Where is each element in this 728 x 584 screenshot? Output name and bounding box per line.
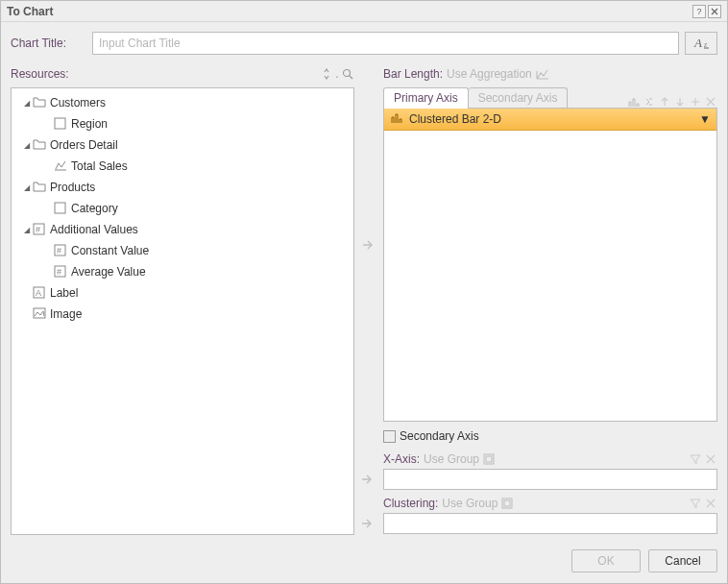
resources-panel: Resources: . ◢CustomersRegion◢Or (11, 64, 354, 535)
x-axis-add-arrow[interactable] (359, 472, 378, 487)
image-icon (33, 307, 46, 321)
dialog-footer: OK Cancel (1, 539, 727, 583)
svg-text:A: A (36, 288, 41, 298)
settings-icon[interactable] (643, 95, 656, 109)
chart-title-input[interactable] (92, 32, 679, 55)
svg-text:#: # (57, 267, 61, 277)
expander-icon[interactable]: ◢ (21, 226, 33, 234)
numbox-icon: # (33, 223, 46, 236)
numbox-icon: # (54, 244, 67, 257)
tree-item-label: Image (50, 307, 82, 321)
tree-item[interactable]: ◢Customers (15, 92, 353, 113)
tree-item[interactable]: ALabel (15, 282, 353, 304)
tree-item-label: Category (71, 202, 118, 215)
expander-icon[interactable]: ◢ (21, 183, 33, 192)
labelA-icon: A (33, 286, 46, 300)
filter-icon[interactable] (689, 452, 702, 466)
field-icon (54, 117, 67, 131)
tree-item-label: Total Sales (71, 159, 128, 173)
clear-icon[interactable] (704, 452, 717, 466)
svg-text:#: # (57, 246, 61, 256)
aggregation-icon[interactable] (536, 68, 549, 80)
svg-rect-3 (55, 118, 65, 129)
tree-item-label: Label (50, 286, 78, 300)
folder-icon (33, 96, 46, 110)
tree-item-label: Additional Values (50, 223, 138, 236)
ok-button[interactable]: OK (571, 549, 641, 572)
svg-rect-15 (486, 456, 492, 462)
checkbox-icon (383, 430, 396, 443)
close-button[interactable] (708, 5, 721, 18)
font-button[interactable]: A z (685, 32, 717, 55)
svg-rect-4 (55, 203, 65, 213)
chart-config-panel: Bar Length: Use Aggregation Primary Axis… (383, 64, 717, 535)
secondary-axis-checkbox[interactable]: Secondary Axis (383, 426, 717, 447)
tree-item[interactable]: ◢Products (15, 177, 353, 198)
clustering-add-arrow[interactable] (359, 516, 378, 531)
add-icon[interactable] (689, 95, 702, 109)
resources-tree[interactable]: ◢CustomersRegion◢Orders DetailTotal Sale… (11, 87, 354, 535)
tree-item-label: Customers (50, 96, 106, 110)
svg-text:#: # (36, 225, 40, 234)
chevron-down-icon: ▼ (699, 112, 711, 126)
expander-icon[interactable]: ◢ (21, 99, 33, 108)
filter-icon[interactable] (689, 497, 702, 510)
search-icon[interactable] (341, 67, 354, 81)
tree-item-label: Products (50, 181, 95, 194)
bar-chart-icon (390, 112, 403, 126)
clustering-value: Use Group (442, 497, 497, 510)
resources-label: Resources: (11, 67, 318, 81)
move-up-icon[interactable] (658, 95, 671, 109)
chart-type-list[interactable]: Clustered Bar 2-D ▼ (383, 108, 717, 423)
chart-title-row: Chart Title: A z (11, 32, 717, 55)
tab-primary-axis[interactable]: Primary Axis (383, 87, 469, 109)
tree-item[interactable]: Category (15, 198, 353, 219)
titlebar: To Chart ? (1, 1, 727, 22)
expander-icon[interactable]: ◢ (21, 141, 33, 150)
svg-text:A: A (693, 36, 702, 50)
tree-item[interactable]: #Constant Value (15, 240, 353, 261)
clustering-input[interactable] (383, 513, 717, 534)
tree-item[interactable]: Region (15, 113, 353, 134)
font-icon: A z (692, 36, 710, 50)
tree-item[interactable]: ◢Orders Detail (15, 134, 353, 156)
folder-icon (33, 138, 46, 152)
numbox-icon: # (54, 265, 67, 279)
help-button[interactable]: ? (692, 5, 706, 18)
tree-item[interactable]: ◢#Additional Values (15, 219, 353, 240)
secondary-axis-label: Secondary Axis (400, 429, 479, 443)
svg-point-2 (344, 70, 351, 77)
clustering-label: Clustering: (383, 497, 438, 510)
field-icon (54, 202, 67, 215)
move-down-icon[interactable] (673, 95, 687, 109)
svg-rect-17 (504, 500, 510, 506)
tree-item-label: Region (71, 117, 108, 131)
clear-icon[interactable] (704, 497, 717, 510)
tree-item-label: Constant Value (71, 244, 149, 257)
bar-length-value: Use Aggregation (447, 67, 532, 81)
cancel-button[interactable]: Cancel (648, 549, 717, 572)
bar-length-label: Bar Length: (383, 67, 443, 81)
measure-icon (54, 159, 67, 173)
chart-type-selected-row[interactable]: Clustered Bar 2-D ▼ (384, 109, 716, 131)
group-icon[interactable] (501, 498, 513, 509)
add-to-chart-arrow[interactable] (360, 237, 377, 253)
folder-icon (33, 181, 46, 194)
x-axis-label: X-Axis: (383, 452, 420, 466)
to-chart-dialog: To Chart ? Chart Title: A z Resourc (0, 0, 728, 584)
group-icon[interactable] (483, 453, 495, 465)
chart-type-label: Clustered Bar 2-D (409, 112, 501, 126)
x-axis-input[interactable] (383, 469, 717, 490)
window-title: To Chart (7, 5, 691, 18)
tab-secondary-axis[interactable]: Secondary Axis (469, 87, 569, 109)
chart-type-icon[interactable] (627, 95, 641, 109)
tree-item[interactable]: Total Sales (15, 156, 353, 177)
tree-item[interactable]: Image (15, 304, 353, 325)
remove-icon[interactable] (704, 95, 717, 109)
tree-item[interactable]: #Average Value (15, 261, 353, 282)
sort-icon[interactable] (320, 67, 333, 81)
tree-item-label: Orders Detail (50, 138, 118, 152)
chart-title-label: Chart Title: (11, 36, 92, 50)
x-axis-value: Use Group (424, 452, 479, 466)
tree-item-label: Average Value (71, 265, 146, 279)
